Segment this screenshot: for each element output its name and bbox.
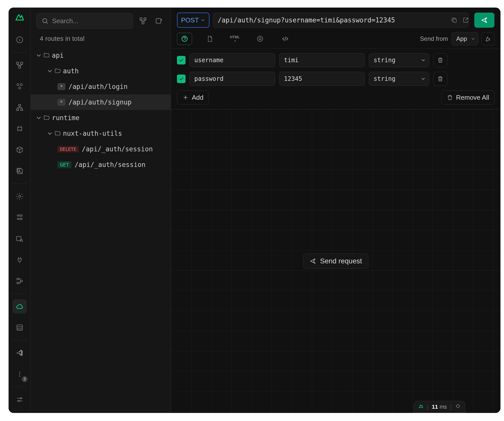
tab-code[interactable] — [278, 33, 293, 45]
svg-point-26 — [20, 398, 21, 399]
tab-html[interactable]: HTML↗ — [227, 33, 242, 45]
route-item[interactable]: GET /api/_auth/session — [31, 157, 171, 172]
tree-folder[interactable]: api — [31, 48, 171, 63]
send-request-button[interactable]: Send request — [303, 254, 368, 269]
rail-code-icon[interactable] — [13, 210, 27, 225]
rail-network-icon[interactable] — [13, 100, 27, 115]
svg-point-23 — [19, 372, 20, 373]
rail-sliders-icon[interactable] — [13, 393, 27, 407]
rail-more-icon[interactable]: 3 — [13, 367, 27, 381]
rail-modules-icon[interactable] — [13, 79, 27, 93]
rail-cloud-icon[interactable] — [13, 299, 27, 313]
collapse-tree-icon[interactable] — [137, 15, 149, 27]
rail-inspect-icon[interactable] — [13, 232, 27, 246]
chevron-down-icon — [46, 67, 53, 75]
param-enabled-checkbox[interactable] — [177, 75, 186, 83]
tab-params[interactable] — [177, 33, 192, 45]
rail-cube-icon[interactable] — [13, 143, 27, 157]
send-icon — [309, 258, 316, 265]
method-select[interactable]: POST — [177, 13, 209, 28]
clear-response-icon[interactable] — [481, 32, 494, 45]
nuxt-logo[interactable] — [15, 12, 25, 22]
rail-server-icon[interactable] — [13, 274, 27, 288]
open-external-icon[interactable] — [461, 15, 471, 25]
param-delete-button[interactable] — [433, 53, 447, 67]
svg-rect-8 — [17, 109, 19, 111]
trash-icon — [437, 76, 444, 82]
param-type-select[interactable]: string — [369, 53, 429, 67]
request-tabs: HTML↗ Send from App — [171, 31, 500, 49]
svg-point-39 — [261, 39, 261, 40]
svg-point-5 — [20, 84, 22, 86]
svg-point-35 — [258, 36, 263, 42]
main-panel: POST /api/auth/signup?username=timi&pass… — [171, 8, 500, 413]
svg-point-24 — [19, 374, 20, 375]
svg-rect-20 — [20, 280, 22, 282]
method-badge: * — [57, 99, 65, 106]
tree-folder[interactable]: runtime — [31, 110, 171, 126]
send-from-select[interactable]: App — [451, 32, 478, 45]
svg-rect-31 — [142, 22, 144, 24]
tree-folder[interactable]: auth — [31, 63, 171, 79]
request-bar: POST /api/auth/signup?username=timi&pass… — [171, 8, 500, 31]
param-key-input[interactable]: username — [190, 53, 275, 67]
add-param-button[interactable]: Add — [177, 90, 209, 104]
rail-hooks-icon[interactable] — [13, 122, 27, 136]
rail-tree-icon[interactable] — [13, 58, 27, 72]
rail-separator — [12, 340, 27, 340]
svg-rect-3 — [19, 66, 21, 68]
method-select-value: POST — [181, 16, 199, 24]
remove-all-button[interactable]: Remove All — [441, 90, 495, 104]
routes-sidebar: Search... 4 routes in total api auth * /… — [31, 8, 171, 413]
param-key-input[interactable]: password — [190, 72, 275, 86]
search-input[interactable]: Search... — [36, 13, 133, 29]
route-item[interactable]: * /api/auth/signup — [31, 94, 171, 110]
search-placeholder: Search... — [52, 17, 78, 25]
route-item[interactable]: * /api/auth/login — [31, 79, 171, 94]
status-timing-value: 11 — [432, 404, 438, 410]
crosshair-icon[interactable] — [455, 404, 460, 410]
rail-settings-icon[interactable] — [13, 189, 27, 203]
folder-icon — [54, 130, 61, 137]
param-value-input[interactable]: timi — [279, 53, 365, 67]
tab-body[interactable] — [202, 33, 217, 45]
new-request-icon[interactable] — [153, 15, 165, 27]
chevron-down-icon — [35, 114, 42, 121]
params-editor: username timi string password 12345 stri… — [171, 49, 500, 109]
param-value-input[interactable]: 12345 — [279, 72, 365, 86]
rail-plug-icon[interactable] — [13, 253, 27, 267]
tab-cookies[interactable] — [253, 33, 268, 45]
chevron-down-icon — [471, 36, 476, 41]
param-type-select[interactable]: string — [369, 72, 429, 86]
rail-vscode-icon[interactable] — [13, 346, 27, 360]
route-item[interactable]: DELETE /api/_auth/session — [31, 141, 171, 157]
chevron-down-icon — [420, 76, 426, 82]
svg-point-13 — [17, 215, 18, 216]
send-request-label: Send request — [320, 257, 362, 265]
nuxt-logo-icon — [418, 404, 423, 410]
param-enabled-checkbox[interactable] — [177, 56, 186, 64]
param-row: username timi string — [177, 53, 494, 67]
copy-url-icon[interactable] — [449, 15, 459, 25]
svg-rect-7 — [19, 104, 21, 106]
svg-point-25 — [19, 376, 20, 377]
rail-images-icon[interactable] — [13, 164, 27, 178]
chevron-down-icon — [35, 52, 42, 59]
url-input[interactable]: /api/auth/signup?username=timi&password=… — [213, 13, 469, 28]
status-bar[interactable]: | 11 ms | — [414, 401, 465, 413]
route-path: /api/auth/signup — [68, 98, 131, 106]
param-delete-button[interactable] — [433, 72, 447, 86]
rail-database-icon[interactable] — [13, 321, 27, 335]
add-label: Add — [192, 94, 203, 101]
chevron-down-icon — [200, 18, 205, 23]
svg-rect-33 — [453, 19, 456, 22]
send-button[interactable] — [474, 13, 494, 28]
url-value: /api/auth/signup?username=timi&password=… — [218, 16, 395, 24]
svg-rect-1 — [17, 62, 19, 64]
svg-rect-30 — [144, 18, 146, 20]
rail-info-icon[interactable] — [13, 33, 27, 47]
tree-folder[interactable]: nuxt-auth-utils — [31, 126, 171, 141]
response-area: Send request | 11 ms | — [171, 109, 500, 413]
svg-rect-21 — [17, 282, 19, 284]
status-timing-unit: ms — [440, 404, 447, 410]
